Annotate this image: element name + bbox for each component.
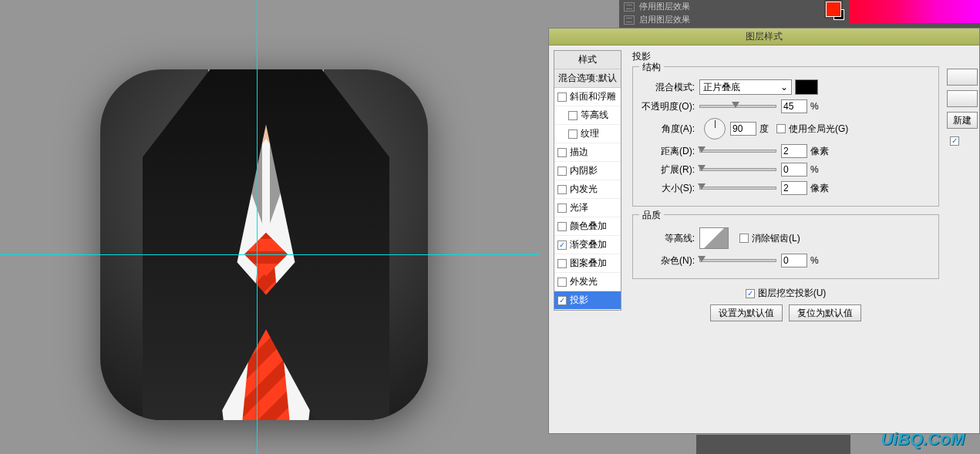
styles-column: 样式 混合选项:默认 斜面和浮雕等高线纹理描边内阴影内发光光泽颜色叠加渐变叠加图… <box>549 45 626 433</box>
dropdown-icon: ⌄ <box>780 82 788 92</box>
fg-color <box>826 2 841 17</box>
guide-vertical[interactable] <box>257 0 258 454</box>
angle-dial[interactable] <box>704 118 726 140</box>
layers-panel-fragment: 停用图层效果 启用图层效果 <box>619 0 980 28</box>
effect-row-等高线[interactable]: 等高线 <box>554 106 621 125</box>
opacity-label: 不透明度(O): <box>639 100 699 113</box>
right-button-2[interactable] <box>947 90 978 107</box>
effect-label: 颜色叠加 <box>570 220 607 233</box>
styles-header[interactable]: 样式 <box>554 51 621 69</box>
dialog-title: 图层样式 <box>746 30 783 43</box>
angle-unit: 度 <box>759 123 769 136</box>
effect-row-纹理[interactable]: 纹理 <box>554 125 621 143</box>
right-button-1[interactable] <box>947 69 978 86</box>
distance-unit: 像素 <box>810 145 829 158</box>
make-default-button[interactable]: 设置为默认值 <box>710 304 783 321</box>
suit-icon-artwork <box>100 69 428 420</box>
spread-label: 扩展(R): <box>639 163 699 177</box>
effect-checkbox[interactable] <box>557 92 567 102</box>
new-style-button[interactable]: 新建 <box>947 112 978 129</box>
effect-label: 等高线 <box>581 109 608 122</box>
dialog-right-buttons: 新建 <box>945 45 979 433</box>
blend-options-row[interactable]: 混合选项:默认 <box>554 69 621 88</box>
effect-checkbox[interactable] <box>557 296 567 305</box>
blend-mode-select[interactable]: 正片叠底 ⌄ <box>699 79 792 95</box>
layers-icon <box>624 2 635 12</box>
watermark: UiBQ.CoM <box>881 429 965 449</box>
effect-label: 投影 <box>570 294 588 307</box>
styles-list: 样式 混合选项:默认 斜面和浮雕等高线纹理描边内阴影内发光光泽颜色叠加渐变叠加图… <box>554 50 621 311</box>
spread-slider[interactable] <box>699 168 776 171</box>
distance-slider[interactable] <box>699 150 776 153</box>
effect-label: 描边 <box>570 146 588 159</box>
effect-checkbox[interactable] <box>557 185 567 194</box>
knockout-label: 图层挖空投影(U) <box>758 287 827 300</box>
antialias-checkbox[interactable] <box>739 234 749 243</box>
dialog-body: 样式 混合选项:默认 斜面和浮雕等高线纹理描边内阴影内发光光泽颜色叠加渐变叠加图… <box>549 45 979 433</box>
effect-label: 外发光 <box>570 275 598 288</box>
effect-checkbox[interactable] <box>557 148 567 157</box>
effect-label: 纹理 <box>581 127 599 140</box>
distance-label: 距离(D): <box>639 145 699 158</box>
effect-row-图案叠加[interactable]: 图案叠加 <box>554 254 621 273</box>
reset-default-button[interactable]: 复位为默认值 <box>789 304 861 321</box>
effect-row-内阴影[interactable]: 内阴影 <box>554 162 621 180</box>
effect-label: 内发光 <box>570 183 598 196</box>
effect-row-斜面和浮雕[interactable]: 斜面和浮雕 <box>554 88 621 106</box>
shadow-color-swatch[interactable] <box>795 79 818 95</box>
opacity-slider[interactable] <box>699 105 776 108</box>
noise-unit: % <box>810 255 819 266</box>
effect-row-外发光[interactable]: 外发光 <box>554 273 621 291</box>
noise-input[interactable] <box>781 254 807 267</box>
dialog-titlebar[interactable]: 图层样式 <box>549 29 979 45</box>
size-slider[interactable] <box>699 187 776 190</box>
knockout-checkbox[interactable] <box>746 289 755 298</box>
angle-label: 角度(A): <box>639 123 699 136</box>
spread-unit: % <box>810 164 819 175</box>
spread-input[interactable] <box>781 163 807 177</box>
opacity-input[interactable] <box>781 99 807 113</box>
blend-mode-label: 混合模式: <box>639 81 699 94</box>
effect-row-光泽[interactable]: 光泽 <box>554 199 621 217</box>
effect-checkbox[interactable] <box>557 203 567 213</box>
effect-row-投影[interactable]: 投影 <box>554 291 621 310</box>
noise-label: 杂色(N): <box>639 254 699 267</box>
effect-label: 斜面和浮雕 <box>570 90 616 103</box>
structure-group: 结构 混合模式: 正片叠底 ⌄ 不透明度(O): % 角度(A): <box>632 66 939 207</box>
contour-picker[interactable] <box>699 227 729 249</box>
size-unit: 像素 <box>810 182 829 195</box>
effect-checkbox[interactable] <box>557 222 567 231</box>
effect-row-内发光[interactable]: 内发光 <box>554 180 621 199</box>
effect-checkbox[interactable] <box>568 129 578 139</box>
menu-item-label: 停用图层效果 <box>639 1 690 12</box>
effect-row-颜色叠加[interactable]: 颜色叠加 <box>554 217 621 236</box>
effect-checkbox[interactable] <box>557 259 567 268</box>
effect-checkbox[interactable] <box>557 166 567 176</box>
group-legend: 结构 <box>639 61 664 74</box>
layers-icon <box>624 15 635 25</box>
effect-checkbox[interactable] <box>557 240 567 250</box>
effect-label: 渐变叠加 <box>570 238 607 251</box>
angle-input[interactable] <box>730 122 756 136</box>
opacity-unit: % <box>810 101 819 112</box>
size-input[interactable] <box>781 181 807 195</box>
color-picker-strip[interactable] <box>849 0 980 23</box>
guide-horizontal[interactable] <box>0 254 540 255</box>
group-legend: 品质 <box>639 209 664 222</box>
fg-bg-swatch[interactable] <box>824 0 843 18</box>
size-label: 大小(S): <box>639 182 699 195</box>
noise-slider[interactable] <box>699 259 776 262</box>
canvas-area[interactable] <box>0 0 540 454</box>
effect-checkbox[interactable] <box>568 111 578 120</box>
use-global-checkbox[interactable] <box>776 124 786 133</box>
effect-label: 图案叠加 <box>570 257 607 270</box>
preview-checkbox[interactable] <box>950 136 959 146</box>
blend-mode-value: 正片叠底 <box>703 81 740 94</box>
distance-input[interactable] <box>781 144 807 158</box>
effect-row-渐变叠加[interactable]: 渐变叠加 <box>554 236 621 254</box>
contour-label: 等高线: <box>639 232 699 245</box>
quality-group: 品质 等高线: 消除锯齿(L) 杂色(N): % <box>632 214 939 279</box>
menu-item-label: 启用图层效果 <box>639 14 690 25</box>
effect-checkbox[interactable] <box>557 277 567 287</box>
effect-row-描边[interactable]: 描边 <box>554 143 621 162</box>
